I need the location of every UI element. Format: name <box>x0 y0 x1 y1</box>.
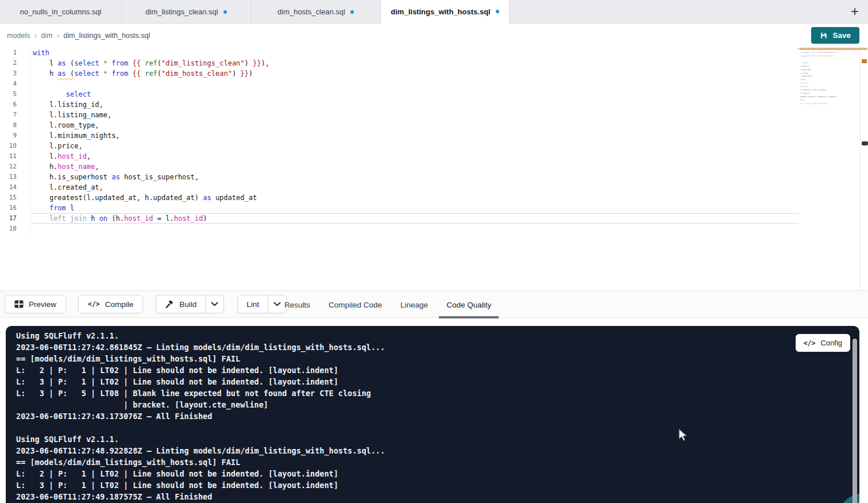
code-line[interactable]: l.price, <box>31 141 798 151</box>
line-number: 18 <box>0 224 30 234</box>
lint-dropdown-button[interactable] <box>268 295 286 313</box>
editor-tabbar: no_nulls_in_columns.sqldim_listings_clea… <box>0 0 868 24</box>
chevron-down-icon <box>211 302 218 306</box>
panel-tabs: ResultsCompiled CodeLineageCode Quality <box>284 291 491 318</box>
compile-button[interactable]: </> Compile <box>78 295 143 313</box>
code-line[interactable]: with <box>31 48 798 58</box>
new-tab-button[interactable]: + <box>845 0 865 23</box>
code-line[interactable]: h.host_name, <box>31 162 798 172</box>
line-number: 1 <box>0 48 30 58</box>
line-number: 9 <box>0 130 30 141</box>
code-line[interactable]: l.listing_name, <box>31 110 798 120</box>
terminal-line: | bracket. [layout.cte_newline] <box>16 399 859 410</box>
tab-no_nulls_in_columns.sql[interactable]: no_nulls_in_columns.sql <box>0 0 122 24</box>
panel-tab-label: Lineage <box>400 301 428 309</box>
terminal-line: 2023-06-06T11:27:49.187575Z — All Finish… <box>16 491 859 502</box>
panel-tab-lineage[interactable]: Lineage <box>400 291 428 318</box>
line-number: 6 <box>0 99 30 110</box>
panel-tab-label: Code Quality <box>446 301 491 309</box>
dbt-ide: no_nulls_in_columns.sqldim_listings_clea… <box>0 0 868 503</box>
code-line[interactable]: l.minimum_nights, <box>31 130 798 141</box>
code-line[interactable]: h.is_superhost as host_is_superhost, <box>31 172 798 182</box>
compile-label: Compile <box>105 300 134 309</box>
hammer-icon <box>165 300 174 309</box>
code-line[interactable]: select <box>31 89 798 99</box>
breadcrumb-segment[interactable]: models <box>7 32 30 40</box>
scrollbar-handle[interactable] <box>862 141 868 145</box>
code-icon: </> <box>88 300 100 308</box>
line-number: 17 <box>0 213 30 224</box>
lint-label: Lint <box>246 300 259 309</box>
code-line[interactable]: greatest(l.updated_at, h.updated_at) as … <box>31 193 798 203</box>
panel-tab-compiled-code[interactable]: Compiled Code <box>329 291 382 318</box>
line-number: 7 <box>0 110 30 120</box>
terminal-scrollbar[interactable] <box>852 339 857 503</box>
tab-label: dim_hosts_clean.sql <box>277 7 345 16</box>
tab-dim_listings_clean.sql[interactable]: dim_listings_clean.sql <box>122 0 251 24</box>
code-line[interactable] <box>31 79 798 89</box>
lint-output-terminal: Using SQLFluff v2.1.1.2023-06-06T11:27:4… <box>6 326 859 503</box>
line-number: 10 <box>0 141 30 151</box>
tab-dim_hosts_clean.sql[interactable]: dim_hosts_clean.sql <box>251 0 381 24</box>
minimap-line <box>797 105 840 109</box>
table-grid-icon <box>14 300 24 308</box>
unsaved-dot-icon <box>223 10 227 14</box>
breadcrumb-segment[interactable]: dim <box>41 32 52 40</box>
line-number: 15 <box>0 193 30 203</box>
build-dropdown-button[interactable] <box>205 295 223 313</box>
config-button[interactable]: </> Config <box>796 334 850 352</box>
code-icon: </> <box>804 339 816 347</box>
code-line[interactable]: from l <box>31 203 798 213</box>
breadcrumb-segment[interactable]: dim_listings_with_hosts.sql <box>63 32 150 40</box>
line-number: 4 <box>0 79 30 89</box>
terminal-line: L: 3 | P: 1 | LT02 | Line should not be … <box>16 479 859 491</box>
tab-label: dim_listings_with_hosts.sql <box>391 7 490 16</box>
tab-dim_listings_with_hosts.sql[interactable]: dim_listings_with_hosts.sql <box>381 0 510 24</box>
line-number: 3 <box>0 68 30 79</box>
terminal-line: L: 2 | P: 1 | LT02 | Line should not be … <box>16 364 859 376</box>
unsaved-dot-icon <box>496 10 499 13</box>
line-number: 11 <box>0 151 30 162</box>
breadcrumb: models›dim›dim_listings_with_hosts.sql <box>7 31 150 40</box>
panel-toolbar: Preview </> Compile Build Lint <box>0 290 868 318</box>
minimap[interactable]: with l as (select * from {{ ref("dim_lis… <box>797 47 840 116</box>
tab-label: no_nulls_in_columns.sql <box>20 7 102 16</box>
chevron-right-icon: › <box>34 31 37 40</box>
chevron-down-icon <box>273 302 281 306</box>
code-line[interactable]: left join h on (h.host_id = l.host_id) <box>31 213 798 224</box>
line-number: 14 <box>0 182 30 193</box>
code-line[interactable]: l.host_id, <box>31 151 798 162</box>
line-number: 16 <box>0 203 30 213</box>
build-button[interactable]: Build <box>156 295 205 313</box>
code-editor[interactable]: 123456789101112131415161718 with l as (s… <box>0 47 868 290</box>
unsaved-dot-icon <box>350 10 354 14</box>
terminal-line: L: 3 | P: 1 | LT02 | Line should not be … <box>16 376 859 387</box>
code-line[interactable]: l as (select * from {{ ref("dim_listings… <box>31 58 798 68</box>
line-number-gutter: 123456789101112131415161718 <box>0 48 30 234</box>
lint-split-button: Lint <box>237 295 287 313</box>
terminal-line: 2023-06-06T11:27:48.922828Z — Linting mo… <box>16 445 859 456</box>
build-split-button: Build <box>156 295 224 313</box>
terminal-line: Using SQLFluff v2.1.1. <box>16 330 859 341</box>
line-number: 13 <box>0 172 30 182</box>
code-line[interactable] <box>31 224 798 234</box>
save-icon <box>820 32 828 40</box>
file-header: models›dim›dim_listings_with_hosts.sql S… <box>0 24 868 47</box>
panel-tab-code-quality[interactable]: Code Quality <box>446 291 491 318</box>
terminal-output: Using SQLFluff v2.1.1.2023-06-06T11:27:4… <box>6 326 859 502</box>
build-label: Build <box>179 300 196 309</box>
preview-button[interactable]: Preview <box>5 295 66 313</box>
panel-tab-results[interactable]: Results <box>284 291 310 318</box>
code-line[interactable]: l.room_type, <box>31 120 798 130</box>
lint-button[interactable]: Lint <box>238 295 268 313</box>
editor-scrollbar[interactable] <box>860 47 868 290</box>
line-number: 2 <box>0 58 30 68</box>
line-number: 5 <box>0 89 30 99</box>
terminal-line: == [models/dim/dim_listings_with_hosts.s… <box>16 353 859 364</box>
code-area[interactable]: with l as (select * from {{ ref("dim_lis… <box>31 48 798 234</box>
code-line[interactable]: l.listing_id, <box>31 99 798 110</box>
code-line[interactable]: l.created_at, <box>31 182 798 193</box>
panel-tab-label: Compiled Code <box>329 301 382 309</box>
code-line[interactable]: h as (select * from {{ ref("dim_hosts_cl… <box>31 68 798 79</box>
save-button[interactable]: Save <box>811 27 859 44</box>
